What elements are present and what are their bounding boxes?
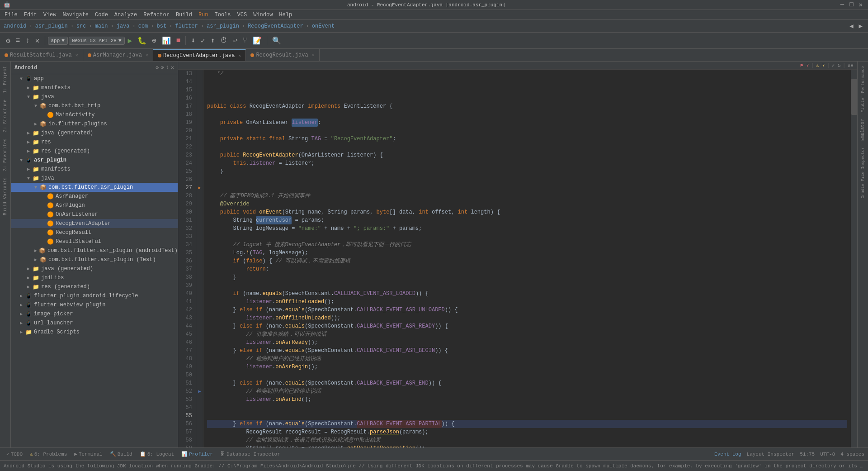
toolbar-vcs-update-btn[interactable]: ⬇ — [189, 35, 198, 47]
tree-item-asr-res-gen[interactable]: ▶ 📁 res (generated) — [11, 282, 178, 291]
tree-item-com-bst-flutter[interactable]: ▼ 📦 com.bst.flutter.asr_plugin — [11, 183, 178, 192]
scroll-indicator[interactable] — [851, 70, 857, 447]
tree-item-app[interactable]: ▼ 📱 app — [11, 74, 178, 83]
menu-item-build[interactable]: Build — [173, 11, 195, 19]
close-button[interactable]: ✕ — [857, 1, 864, 9]
sidebar-scroll-icon[interactable]: ⊙ — [160, 64, 164, 71]
menu-item-refactor[interactable]: Refactor — [141, 11, 172, 19]
project-tree[interactable]: ▼ 📱 app ▶ 📁 manifests ▼ 📁 java — [11, 74, 178, 447]
menu-item-analyze[interactable]: Analyze — [112, 11, 140, 19]
menu-item-file[interactable]: File — [2, 11, 20, 19]
tree-item-gradle-scripts[interactable]: ▶ 📁 Gradle Scripts — [11, 328, 178, 337]
status-tab-terminal[interactable]: ▶ Terminal — [71, 450, 105, 458]
edge-tab-structure[interactable]: 2: Structure — [2, 97, 9, 135]
sidebar-collapse-icon[interactable]: ↕ — [166, 64, 169, 71]
toolbar-debug-btn[interactable]: 🐛 — [135, 35, 149, 47]
toolbar-collapse-btn[interactable]: ↕ — [23, 35, 32, 46]
scroll-thumb[interactable] — [851, 79, 857, 115]
toolbar-stop-btn[interactable]: ■ — [174, 35, 183, 46]
tree-item-flutter-lifecycle[interactable]: ▶ 📱 flutter_plugin_android_lifecycle — [11, 291, 178, 300]
tree-item-asr-manifests[interactable]: ▶ 📁 manifests — [11, 165, 178, 174]
tree-item-main-activity[interactable]: 🟠 MainActivity — [11, 110, 178, 119]
tree-item-url-launcher[interactable]: ▶ 📱 url_launcher — [11, 319, 178, 328]
menu-item-vcs[interactable]: VCS — [235, 11, 250, 19]
status-event-log[interactable]: Event Log — [714, 452, 741, 457]
tree-item-test[interactable]: ▶ 📦 com.bst.flutter.asr_plugin (Test) — [11, 255, 178, 264]
tree-item-io-flutter[interactable]: ▶ 📦 io.flutter.plugins — [11, 119, 178, 128]
nav-src[interactable]: src — [76, 23, 86, 29]
nav-back-button[interactable]: ◀ — [848, 21, 855, 31]
tree-item-res-gen[interactable]: ▶ 📁 res (generated) — [11, 147, 178, 156]
code-content[interactable]: */ public class RecogEventAdapter implem… — [203, 70, 851, 447]
menu-item-window[interactable]: Window — [250, 11, 275, 19]
tree-item-on-asr-listener[interactable]: 🟠 OnAsrListener — [11, 210, 178, 219]
menu-item-code[interactable]: Code — [92, 11, 111, 19]
tab-result-stateful[interactable]: ResultStateful.java ✕ — [0, 49, 83, 61]
tree-item-flutter-webview[interactable]: ▶ 📱 flutter_webview_plugin — [11, 300, 178, 309]
tree-item-asr-java-gen[interactable]: ▶ 📁 java (generated) — [11, 264, 178, 273]
tree-item-result-stateful[interactable]: 🟠 ResultStateful — [11, 237, 178, 246]
toolbar-vcs-history-btn[interactable]: ⏱ — [218, 35, 230, 46]
nav-forward-button[interactable]: ▶ — [857, 21, 864, 31]
nav-recog-event-adapter[interactable]: RecogEventAdapter — [248, 23, 303, 29]
toolbar-profile-btn[interactable]: 📊 — [160, 35, 173, 47]
tree-item-java[interactable]: ▼ 📁 java — [11, 92, 178, 101]
edge-tab-project[interactable]: 1: Project — [2, 63, 9, 96]
toolbar-app-selector[interactable]: app ▼ — [48, 37, 68, 45]
nav-android[interactable]: android — [4, 23, 26, 29]
toolbar-annotate-btn[interactable]: 📝 — [250, 35, 264, 47]
status-tab-profiler[interactable]: 📊 Profiler — [179, 450, 216, 458]
tab-recog-result[interactable]: RecogResult.java ✕ — [246, 49, 319, 61]
nav-flutter[interactable]: flutter — [175, 23, 198, 29]
tree-item-manifests[interactable]: ▶ 📁 manifests — [11, 83, 178, 92]
status-tab-build[interactable]: 🔨 Build — [107, 450, 135, 458]
tree-item-asr-plugin-class[interactable]: 🟠 AsrPlugin — [11, 201, 178, 210]
edge-tab-flutter-performance[interactable]: Flutter Performance — [860, 63, 866, 115]
tab-recog-event-adapter[interactable]: RecogEventAdapter.java ✕ — [153, 49, 246, 61]
toolbar-revert-btn[interactable]: ↩ — [231, 35, 240, 47]
sidebar-settings-icon[interactable]: ⚙ — [156, 64, 159, 71]
toolbar-search-btn[interactable]: 🔍 — [270, 35, 283, 47]
tree-item-java-gen[interactable]: ▶ 📁 java (generated) — [11, 128, 178, 138]
edge-tab-gradle-inspector[interactable]: Gradle File Inspector — [860, 144, 866, 201]
toolbar-vcs-push-btn[interactable]: ⬆ — [208, 35, 217, 47]
nav-bst[interactable]: bst — [157, 23, 167, 29]
tree-item-image-picker[interactable]: ▶ 📱 image_picker — [11, 309, 178, 319]
toolbar-close-panel-btn[interactable]: ✕ — [33, 35, 42, 47]
tree-item-asr-manager[interactable]: 🟠 AsrManager — [11, 192, 178, 201]
menu-item-help[interactable]: Help — [276, 11, 295, 19]
tree-item-recog-result[interactable]: 🟠 RecogResult — [11, 228, 178, 237]
menu-item-navigate[interactable]: Navigate — [60, 11, 91, 19]
toolbar-vcs-commit-btn[interactable]: ✓ — [198, 35, 208, 47]
tree-item-android-test[interactable]: ▶ 📦 com.bst.flutter.asr_plugin (androidT… — [11, 246, 178, 255]
nav-main[interactable]: main — [95, 23, 108, 29]
menu-item-tools[interactable]: Tools — [212, 11, 234, 19]
tab-close-result-stateful[interactable]: ✕ — [75, 52, 78, 58]
menu-item-view[interactable]: View — [41, 11, 59, 19]
edge-tab-build-variants[interactable]: Build Variants — [2, 175, 9, 218]
menu-item-run[interactable]: Run — [196, 11, 211, 19]
toolbar-sync-btn[interactable]: ⚙ — [4, 35, 13, 47]
toolbar-settings-btn[interactable]: ≡ — [14, 35, 23, 46]
collapse-all[interactable]: ∧∨ — [848, 62, 854, 68]
tree-item-asr-java[interactable]: ▼ 📁 java — [11, 174, 178, 183]
tree-item-res[interactable]: ▶ 📁 res — [11, 138, 178, 147]
tab-close-recog[interactable]: ✕ — [238, 53, 241, 58]
status-tab-logcat[interactable]: 📋 6: Logcat — [137, 450, 177, 458]
tab-close-recog-result[interactable]: ✕ — [312, 52, 315, 58]
tree-item-jni-libs[interactable]: ▶ 📁 jniLibs — [11, 273, 178, 282]
toolbar-run-btn[interactable]: ▶ — [126, 35, 135, 47]
minimize-button[interactable]: ─ — [839, 1, 846, 9]
toolbar-emulator-selector[interactable]: Nexus 5X API 28 ▼ — [69, 37, 125, 45]
tree-item-asr-plugin[interactable]: ▼ 📱 asr_plugin — [11, 156, 178, 165]
maximize-button[interactable]: □ — [848, 1, 855, 9]
nav-asr-plugin2[interactable]: asr_plugin — [207, 23, 239, 29]
sidebar-close-icon[interactable]: ✕ — [171, 64, 174, 71]
tree-item-recog-event-adapter[interactable]: 🟠 RecogEventAdapter — [11, 219, 178, 228]
nav-java[interactable]: java — [117, 23, 130, 29]
toolbar-branch-btn[interactable]: ⑂ — [241, 35, 250, 46]
status-tab-problems[interactable]: ⚠ 6: Problems — [27, 450, 70, 458]
status-layout-inspector[interactable]: Layout Inspector — [747, 452, 795, 457]
code-container[interactable]: 13 14 15 16 17 18 19 20 21 22 23 24 25 2… — [178, 70, 857, 447]
edge-tab-emulator[interactable]: Emulator — [859, 116, 866, 143]
